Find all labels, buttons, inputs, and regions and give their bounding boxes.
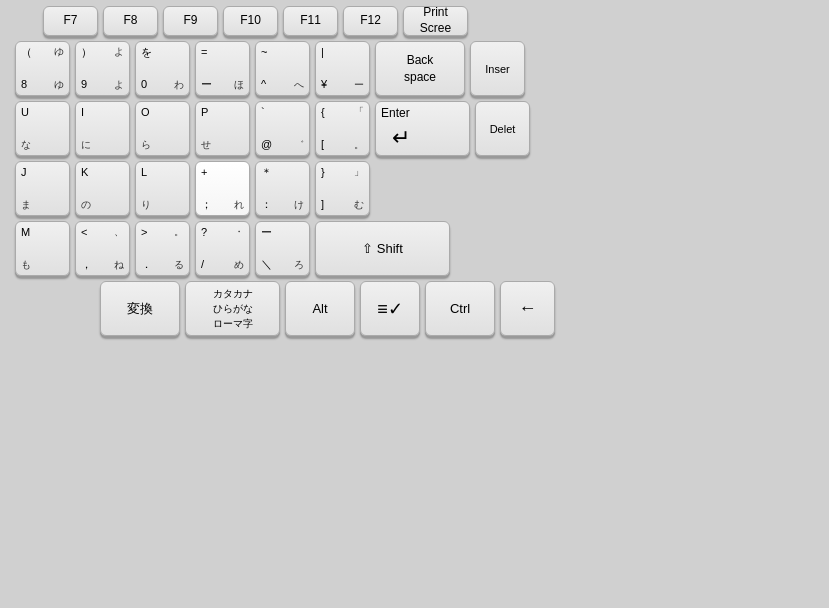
key-comma[interactable]: < 、 ， ね [75, 221, 130, 276]
key-semicolon[interactable]: + ； れ [195, 161, 250, 216]
key-minus[interactable]: = ー ほ [195, 41, 250, 96]
fkey-row: F7 F8 F9 F10 F11 F12 PrintScree [6, 6, 829, 36]
key-8[interactable]: （ ゆ 8 ゆ [15, 41, 70, 96]
f8-key[interactable]: F8 [103, 6, 158, 36]
key-bracket-open[interactable]: { 「 [ 。 [315, 101, 370, 156]
number-row: （ ゆ 8 ゆ ） よ 9 よ を 0 [6, 41, 829, 96]
keyboard: F7 F8 F9 F10 F11 F12 PrintScree （ ゆ [0, 0, 829, 608]
alt-key[interactable]: Alt [285, 281, 355, 336]
menu-key[interactable]: ≡✓ [360, 281, 420, 336]
key-yen[interactable]: | ¥ ー [315, 41, 370, 96]
insert-key[interactable]: Inser [470, 41, 525, 96]
bottom-row: 変換 カタカナひらがなローマ字 Alt ≡✓ Ctrl ← [6, 281, 829, 336]
key-u[interactable]: U な [15, 101, 70, 156]
katakana-key[interactable]: カタカナひらがなローマ字 [185, 281, 280, 336]
key-p[interactable]: P せ [195, 101, 250, 156]
right-ctrl-key[interactable]: Ctrl [425, 281, 495, 336]
key-i[interactable]: I に [75, 101, 130, 156]
f7-key[interactable]: F7 [43, 6, 98, 36]
key-colon[interactable]: ＊ ： け [255, 161, 310, 216]
f10-key[interactable]: F10 [223, 6, 278, 36]
delete-key[interactable]: Delet [475, 101, 530, 156]
key-period[interactable]: > 。 ． る [135, 221, 190, 276]
f12-key[interactable]: F12 [343, 6, 398, 36]
key-l[interactable]: L り [135, 161, 190, 216]
key-backslash[interactable]: ー ＼ ろ [255, 221, 310, 276]
f9-key[interactable]: F9 [163, 6, 218, 36]
enter-key[interactable]: Enter ↵ [375, 101, 470, 156]
henkan-key[interactable]: 変換 [100, 281, 180, 336]
key-bracket-close[interactable]: } 」 ] む [315, 161, 370, 216]
jkl-row: J ま K の L り + [6, 161, 829, 216]
printscreen-key[interactable]: PrintScree [403, 6, 468, 36]
key-m[interactable]: M も [15, 221, 70, 276]
uiop-row: U な I に O ら P [6, 101, 829, 156]
backspace-key[interactable]: Backspace [375, 41, 465, 96]
arrow-left-key[interactable]: ← [500, 281, 555, 336]
key-caret[interactable]: ~ ^ へ [255, 41, 310, 96]
key-slash[interactable]: ? ・ / め [195, 221, 250, 276]
right-shift-key[interactable]: ⇧ Shift [315, 221, 450, 276]
m-row: M も < 、 ， ね > 。 ． る [6, 221, 829, 276]
f11-key[interactable]: F11 [283, 6, 338, 36]
key-at[interactable]: ` @ ゛ [255, 101, 310, 156]
key-9[interactable]: ） よ 9 よ [75, 41, 130, 96]
key-j[interactable]: J ま [15, 161, 70, 216]
key-o[interactable]: O ら [135, 101, 190, 156]
key-k[interactable]: K の [75, 161, 130, 216]
key-0[interactable]: を 0 わ [135, 41, 190, 96]
